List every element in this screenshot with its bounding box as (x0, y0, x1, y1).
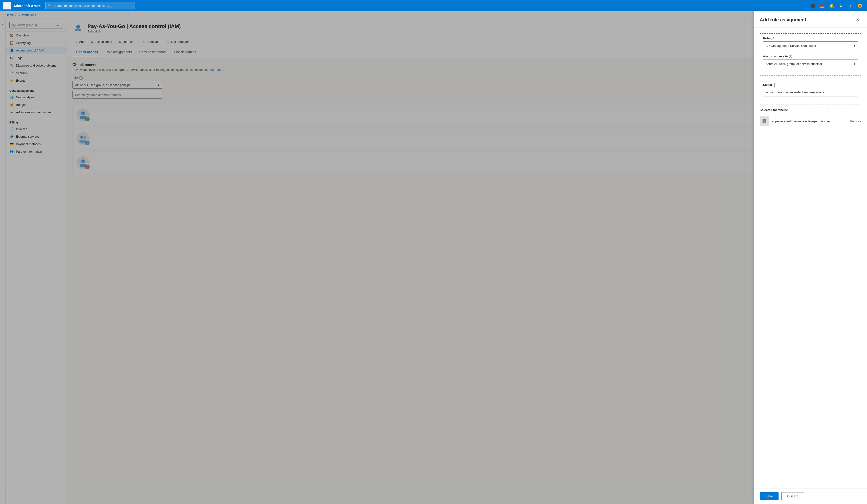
select-field-label: Select i (763, 83, 858, 87)
cloud-shell-icon[interactable]: ⬛ (809, 1, 817, 10)
search-icon: 🔍 (48, 4, 52, 8)
top-navigation: ☰ Microsoft Azure 🔍 Search resources, se… (0, 0, 867, 11)
role-select[interactable]: API Management Service Contributor ▾ (763, 41, 858, 50)
role-dashed-box: Role i API Management Service Contributo… (760, 33, 861, 76)
assign-access-label: Assign access to i (763, 55, 858, 58)
notifications-icon[interactable]: 🔔 (827, 1, 836, 10)
role-select-chevron-icon: ▾ (854, 44, 855, 47)
assign-access-select[interactable]: Azure AD user, group, or service princip… (763, 60, 858, 68)
select-section: Select i (763, 83, 858, 96)
role-info-icon[interactable]: i (771, 37, 774, 40)
panel-footer: Save Discard (754, 488, 867, 504)
role-select-value: API Management Service Contributor (766, 44, 816, 47)
help-icon[interactable]: ? (846, 1, 855, 10)
assign-access-value: Azure AD user, group, or service princip… (766, 62, 822, 66)
member-remove-button[interactable]: Remove (850, 119, 861, 123)
add-role-assignment-panel: Add role assignment ✕ Role i API Managem… (754, 11, 867, 504)
hamburger-menu[interactable]: ☰ (3, 2, 11, 10)
select-input[interactable] (763, 88, 858, 96)
assign-access-chevron-icon: ▾ (854, 62, 855, 66)
role-field-label: Role i (763, 36, 858, 40)
settings-icon[interactable]: ⚙ (837, 1, 845, 10)
selected-members-title: Selected members: (760, 108, 861, 112)
save-button[interactable]: Save (760, 492, 779, 500)
select-info-icon[interactable]: i (773, 83, 776, 87)
feedback-icon[interactable]: 📥 (818, 1, 826, 10)
member-name: acp-azure-authorizer-selective-permissio… (772, 119, 847, 123)
global-search-bar[interactable]: 🔍 Search resources, services, and docs (… (45, 2, 135, 9)
member-icon (760, 116, 769, 126)
svg-rect-14 (763, 121, 766, 121)
assign-access-section: Assign access to i Azure AD user, group,… (763, 55, 858, 68)
panel-header: Add role assignment ✕ (754, 11, 867, 28)
select-dashed-box: Select i (760, 80, 861, 105)
discard-button[interactable]: Discard (781, 492, 804, 500)
panel-close-button[interactable]: ✕ (854, 16, 861, 23)
azure-logo: Microsoft Azure (14, 4, 41, 8)
top-nav-icons: ⬛ 📥 🔔 ⚙ ? 😊 (809, 1, 864, 10)
assign-access-info-icon[interactable]: i (789, 55, 792, 58)
panel-body: Role i API Management Service Contributo… (754, 28, 867, 488)
selected-member-row: acp-azure-authorizer-selective-permissio… (760, 115, 861, 128)
overlay-backdrop: Add role assignment ✕ Role i API Managem… (0, 11, 867, 504)
role-section: Role i API Management Service Contributo… (763, 36, 858, 50)
svg-rect-13 (763, 120, 766, 120)
search-placeholder: Search resources, services, and docs (G+… (54, 4, 113, 8)
account-icon[interactable]: 😊 (856, 1, 864, 10)
panel-title: Add role assignment (760, 17, 806, 23)
svg-rect-15 (763, 121, 765, 122)
selected-members-section: Selected members: acp-azure-authorizer-s… (760, 108, 861, 128)
